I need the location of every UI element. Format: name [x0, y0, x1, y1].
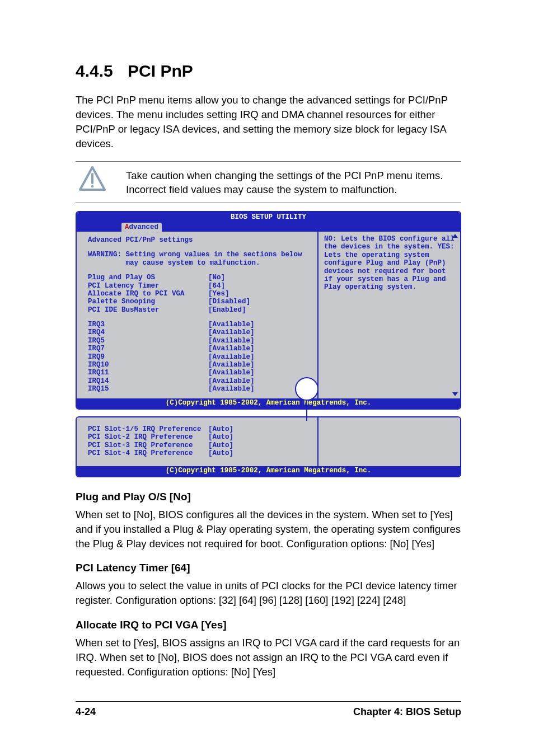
bios-setting-row: IRQ5[Available] — [88, 337, 312, 345]
bios-frag-left: PCI Slot-1/5 IRQ Preference[Auto]PCI Slo… — [77, 417, 318, 467]
bios-setting-row: PCI Slot-1/5 IRQ Preference[Auto] — [88, 425, 312, 433]
bios-setting-label: IRQ9 — [88, 353, 208, 361]
bios-setting-value: [Yes] — [208, 290, 312, 298]
bios-setting-value: [Available] — [208, 369, 312, 377]
bios-tab-advanced: Advanced — [121, 223, 162, 232]
chapter-label: Chapter 4: BIOS Setup — [353, 706, 461, 718]
bios-setting-value: [Available] — [208, 345, 312, 353]
bios-setting-label: PCI Latency Timer — [88, 282, 208, 290]
bios-setting-row: IRQ4[Available] — [88, 328, 312, 336]
bios-copyright: (C)Copyright 1985-2002, American Megatre… — [77, 398, 460, 408]
bios-setting-label: IRQ3 — [88, 321, 208, 328]
bios-setting-label: IRQ5 — [88, 337, 208, 345]
subsection-desc: Allows you to select the value in units … — [76, 579, 461, 608]
bios-help-text: NO: Lets the BIOS configure all the devi… — [324, 235, 455, 292]
bios-settings-list: Plug and Play OS[No]PCI Latency Timer[64… — [88, 274, 312, 314]
bios-setting-label: PCI Slot-2 IRQ Preference — [88, 433, 208, 441]
bios-left-pane: Advanced PCI/PnP settings WARNING: Setti… — [77, 232, 318, 398]
bios-setting-row: IRQ14[Available] — [88, 377, 312, 385]
bios-setting-label: PCI IDE BusMaster — [88, 306, 208, 314]
bios-setting-value: [Available] — [208, 328, 312, 336]
bios-frag-right — [318, 417, 460, 467]
subsection-desc: When set to [No], BIOS configures all th… — [76, 508, 461, 551]
bios-setting-row: PCI IDE BusMaster[Enabled] — [88, 306, 312, 314]
bios-tabbar: Advanced — [77, 223, 460, 232]
intro-paragraph: The PCI PnP menu items allow you to chan… — [76, 93, 461, 151]
bios-setting-label: PCI Slot-4 IRQ Preference — [88, 449, 208, 457]
bios-setting-label: Palette Snooping — [88, 298, 208, 306]
bios-header: BIOS SETUP UTILITY — [77, 212, 460, 222]
bios-setting-row: IRQ10[Available] — [88, 361, 312, 369]
bios-setting-value: [Disabled] — [208, 298, 312, 306]
section-number: 4.4.5 — [76, 62, 113, 80]
caution-text: Take caution when changing the settings … — [109, 166, 461, 198]
bios-setting-row: IRQ11[Available] — [88, 369, 312, 377]
bios-setting-row: Palette Snooping[Disabled] — [88, 298, 312, 306]
subsection-heading: PCI Latency Timer [64] — [76, 562, 461, 574]
subsection-heading: Allocate IRQ to PCI VGA [Yes] — [76, 619, 461, 631]
bios-setting-value: [Auto] — [208, 442, 312, 449]
bios-setting-value: [Available] — [208, 353, 312, 361]
svg-point-2 — [91, 185, 93, 187]
bios-warning: WARNING: Setting wrong values in the sec… — [88, 251, 312, 267]
scroll-up-icon — [452, 234, 458, 238]
bios-setting-label: Allocate IRQ to PCI VGA — [88, 290, 208, 298]
bios-setting-row: PCI Slot-4 IRQ Preference[Auto] — [88, 449, 312, 457]
section-title: PCI PnP — [128, 62, 193, 80]
bios-setting-value: [64] — [208, 282, 312, 290]
bios-setting-value: [Available] — [208, 337, 312, 345]
bios-setting-label: PCI Slot-1/5 IRQ Preference — [88, 425, 208, 433]
bios-setting-label: IRQ7 — [88, 345, 208, 353]
bios-screenshot: BIOS SETUP UTILITY Advanced Advanced PCI… — [76, 211, 461, 410]
section-heading: 4.4.5 PCI PnP — [76, 62, 461, 81]
subsection-desc: When set to [Yes], BIOS assigns an IRQ t… — [76, 636, 461, 679]
bios-setting-value: [No] — [208, 274, 312, 281]
bios-setting-label: IRQ4 — [88, 328, 208, 336]
bios-setting-row: IRQ9[Available] — [88, 353, 312, 361]
bios-setting-row: IRQ7[Available] — [88, 345, 312, 353]
caution-block: Take caution when changing the settings … — [76, 161, 461, 204]
bios-irq-list: IRQ3[Available]IRQ4[Available]IRQ5[Avail… — [88, 321, 312, 393]
bios-screenshot-fragment: PCI Slot-1/5 IRQ Preference[Auto]PCI Slo… — [76, 416, 461, 477]
callout-circle — [295, 377, 318, 401]
bios-frag-copyright: (C)Copyright 1985-2002, American Megatre… — [77, 466, 460, 476]
bios-setting-label: Plug and Play OS — [88, 274, 208, 281]
page-number: 4-24 — [76, 706, 96, 718]
bios-setting-value: [Available] — [208, 361, 312, 369]
bios-pane-title: Advanced PCI/PnP settings — [88, 236, 312, 244]
scroll-down-icon — [452, 392, 458, 396]
bios-setting-row: PCI Slot-2 IRQ Preference[Auto] — [88, 433, 312, 441]
bios-setting-row: Plug and Play OS[No] — [88, 274, 312, 281]
caution-icon — [76, 166, 109, 194]
bios-setting-row: PCI Latency Timer[64] — [88, 282, 312, 290]
bios-setting-label: IRQ15 — [88, 385, 208, 393]
bios-help-pane: NO: Lets the BIOS configure all the devi… — [318, 232, 460, 398]
bios-setting-value: [Auto] — [208, 425, 312, 433]
bios-setting-label: PCI Slot-3 IRQ Preference — [88, 442, 208, 449]
explanation-sections: Plug and Play O/S [No]When set to [No], … — [76, 491, 461, 679]
bios-setting-row: Allocate IRQ to PCI VGA[Yes] — [88, 290, 312, 298]
bios-frag-list: PCI Slot-1/5 IRQ Preference[Auto]PCI Slo… — [88, 425, 312, 458]
bios-setting-value: [Available] — [208, 321, 312, 328]
bios-setting-value: [Auto] — [208, 433, 312, 441]
subsection-heading: Plug and Play O/S [No] — [76, 491, 461, 503]
bios-setting-label: IRQ11 — [88, 369, 208, 377]
bios-setting-row: PCI Slot-3 IRQ Preference[Auto] — [88, 442, 312, 449]
bios-setting-row: IRQ3[Available] — [88, 321, 312, 328]
bios-setting-label: IRQ10 — [88, 361, 208, 369]
page-footer: 4-24 Chapter 4: BIOS Setup — [76, 701, 461, 718]
callout-line — [306, 401, 307, 421]
bios-setting-value: [Auto] — [208, 449, 312, 457]
bios-setting-row: IRQ15[Available] — [88, 385, 312, 393]
bios-setting-label: IRQ14 — [88, 377, 208, 385]
bios-setting-value: [Enabled] — [208, 306, 312, 314]
